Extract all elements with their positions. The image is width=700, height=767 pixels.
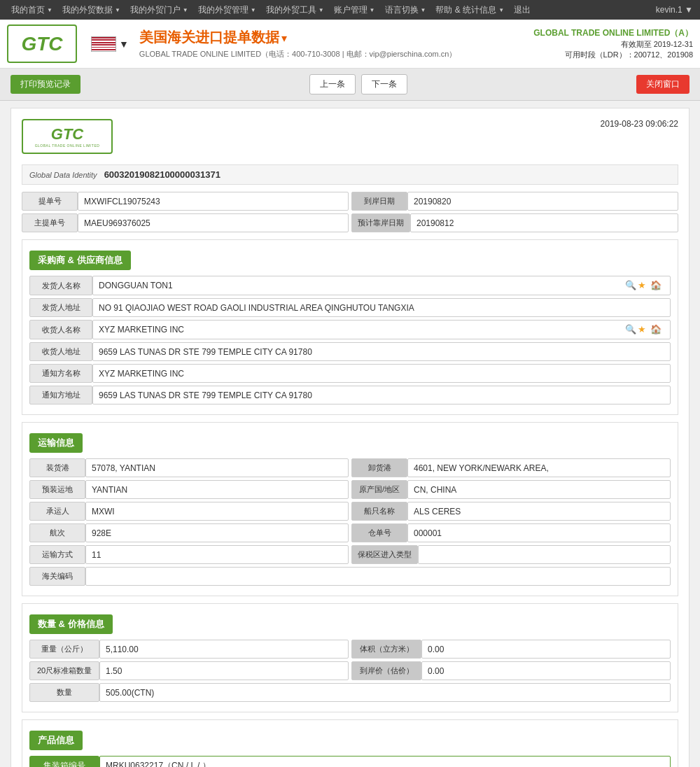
consignee-name-row: 收货人名称 XYZ MARKETING INC 🔍 ★ 🏠 (29, 320, 671, 339)
origin-value: CN, CHINA (407, 480, 671, 499)
std20-group: 20尺标准箱数量 1.50 (29, 661, 349, 680)
header-subtitle: GLOBAL TRADE ONLINE LIMITED（电话：400-710-3… (139, 49, 533, 59)
carrier-value: MXWI (85, 502, 349, 521)
consignee-search-icon[interactable]: 🔍 (625, 324, 636, 335)
shipper-name-label: 发货人名称 (29, 276, 92, 295)
std20-label: 20尺标准箱数量 (29, 661, 99, 680)
gdi-label: Global Data Identity (29, 171, 97, 179)
shipper-addr-value: NO 91 QIAOJIAO WEST ROAD GAOLI INDUSTRIA… (92, 298, 671, 317)
product-section-header: 产品信息 (29, 731, 83, 750)
consignee-home-icon[interactable]: 🏠 (650, 324, 662, 335)
consignee-name-label: 收货人名称 (29, 320, 92, 339)
company-name: GLOBAL TRADE ONLINE LIMITED（A） (533, 27, 693, 39)
shipper-addr-row: 发货人地址 NO 91 QIAOJIAO WEST ROAD GAOLI IND… (29, 298, 671, 317)
voyage-label: 航次 (29, 523, 85, 542)
bol-value: 000001 (407, 523, 671, 542)
container-no-value: MRKU0632217（CN / L / ） (99, 756, 671, 767)
nav-trade-mgmt[interactable]: 我的外贸管理 ▼ (194, 0, 260, 20)
print-button[interactable]: 打印预览记录 (10, 75, 80, 94)
master-bill-value: MAEU969376025 (78, 213, 349, 232)
document-header: GTC GLOBAL TRADE ONLINE LIMITED 2019-08-… (22, 119, 678, 154)
voyage-value: 928E (85, 523, 349, 542)
container-no-label: 集装箱编号 (29, 756, 99, 767)
top-navigation: 我的首页 ▼ 我的外贸数据 ▼ 我的外贸门户 ▼ 我的外贸管理 ▼ 我的外贸工具… (0, 0, 700, 20)
quantity-section-header: 数量 & 价格信息 (29, 614, 113, 634)
doc-timestamp: 2019-08-23 09:06:22 (601, 119, 678, 129)
nav-home-arrow: ▼ (47, 7, 52, 13)
doc-logo-sub: GLOBAL TRADE ONLINE LIMITED (35, 143, 100, 148)
nav-account-arrow: ▼ (370, 7, 375, 13)
nav-trade-data[interactable]: 我的外贸数据 ▼ (58, 0, 125, 20)
user-menu[interactable]: kevin.1 ▼ (656, 5, 693, 15)
loading-port-value: 57078, YANTIAN (85, 458, 349, 477)
vessel-label: 船只名称 (351, 502, 407, 521)
bol-label: 仓单号 (351, 523, 407, 542)
gdi-row: Global Data Identity 6003201908210000003… (22, 164, 678, 185)
next-button[interactable]: 下一条 (361, 74, 407, 94)
nav-trade-tools-arrow: ▼ (318, 7, 324, 13)
consignee-addr-row: 收货人地址 9659 LAS TUNAS DR STE 799 TEMPLE C… (29, 342, 671, 361)
notify-addr-value: 9659 LAS TUNAS DR STE 799 TEMPLE CITY CA… (92, 386, 671, 404)
bill-no-group: 提单号 MXWIFCL19075243 (22, 192, 349, 211)
notify-addr-label: 通知方地址 (29, 386, 92, 404)
pre-transport-value: YANTIAN (85, 480, 349, 499)
pre-transport-group: 预装运地 YANTIAN (29, 480, 349, 499)
nav-logout[interactable]: 退出 (510, 0, 535, 20)
doc-logo: GTC GLOBAL TRADE ONLINE LIMITED (22, 119, 113, 154)
nav-language-arrow: ▼ (421, 7, 426, 13)
quantity-label: 数量 (29, 683, 99, 702)
shipper-name-row: 发货人名称 DONGGUAN TON1 🔍 ★ 🏠 (29, 276, 671, 295)
vessel-group: 船只名称 ALS CERES (351, 502, 671, 521)
customs-code-row: 海关编码 (29, 567, 671, 586)
origin-label: 原产国/地区 (351, 480, 407, 499)
consignee-star-icon[interactable]: ★ (638, 324, 649, 335)
landing-price-group: 到岸价（估价） 0.00 (351, 661, 671, 680)
consignee-addr-label: 收货人地址 (29, 342, 92, 361)
nav-trade-mgmt-arrow: ▼ (251, 7, 256, 13)
bonded-zone-value (418, 545, 671, 564)
prev-button[interactable]: 上一条 (309, 74, 356, 94)
company-logo: GTC (7, 24, 77, 63)
transport-section-header: 运输信息 (29, 433, 83, 453)
volume-group: 体积（立方米） 0.00 (351, 640, 671, 659)
shipper-addr-label: 发货人地址 (29, 298, 92, 317)
quantity-section: 数量 & 价格信息 重量（公斤） 5,110.00 体积（立方米） 0.00 2… (22, 603, 678, 712)
quantity-row: 数量 505.00(CTN) (29, 683, 671, 702)
volume-label: 体积（立方米） (351, 640, 421, 659)
header-title-area: 美国海关进口提单数据 ▾ GLOBAL TRADE ONLINE LIMITED… (139, 28, 533, 59)
shipper-star-icon[interactable]: ★ (638, 280, 649, 291)
nav-trade-tools[interactable]: 我的外贸工具 ▼ (262, 0, 328, 20)
nav-account-mgmt[interactable]: 账户管理 ▼ (330, 0, 379, 20)
bonded-zone-group: 保税区进入类型 (351, 545, 671, 564)
flag-area: ▼ (91, 36, 129, 52)
nav-trade-portal[interactable]: 我的外贸门户 ▼ (126, 0, 192, 20)
page-title: 美国海关进口提单数据 ▾ (139, 28, 533, 47)
arrival-date-label: 到岸日期 (351, 192, 407, 211)
voyage-group: 航次 928E (29, 523, 349, 542)
consignee-name-value: XYZ MARKETING INC 🔍 ★ 🏠 (92, 320, 671, 339)
header-bar: GTC ▼ 美国海关进口提单数据 ▾ GLOBAL TRADE ONLINE L… (0, 20, 700, 69)
shipper-home-icon[interactable]: 🏠 (650, 280, 662, 291)
planned-date-label: 预计靠岸日期 (351, 213, 410, 232)
loading-port-label: 装货港 (29, 458, 85, 477)
shipper-name-value: DONGGUAN TON1 🔍 ★ 🏠 (92, 276, 671, 295)
supplier-section: 采购商 & 供应商信息 发货人名称 DONGGUAN TON1 🔍 ★ 🏠 发货… (22, 239, 678, 415)
std20-price-row: 20尺标准箱数量 1.50 到岸价（估价） 0.00 (29, 661, 671, 680)
arrival-date-group: 到岸日期 20190820 (351, 192, 678, 211)
planned-date-group: 预计靠岸日期 20190812 (351, 213, 678, 232)
logo-text: GTC (21, 33, 62, 55)
quantity-value: 505.00(CTN) (99, 683, 671, 702)
voyage-bol-row: 航次 928E 仓单号 000001 (29, 523, 671, 542)
loading-port-group: 装货港 57078, YANTIAN (29, 458, 349, 477)
supplier-section-header: 采购商 & 供应商信息 (29, 251, 131, 270)
flag-dropdown[interactable]: ▼ (119, 38, 129, 50)
bill-arrival-row: 提单号 MXWIFCL19075243 到岸日期 20190820 (22, 192, 678, 211)
nav-language[interactable]: 语言切换 ▼ (381, 0, 430, 20)
unloading-port-value: 4601, NEW YORK/NEWARK AREA, (407, 458, 671, 477)
nav-help[interactable]: 帮助 & 统计信息 ▼ (431, 0, 508, 20)
available-time: 可用时段（LDR）：200712、201908 (533, 50, 693, 60)
shipper-search-icon[interactable]: 🔍 (625, 280, 636, 291)
bol-group: 仓单号 000001 (351, 523, 671, 542)
nav-home[interactable]: 我的首页 ▼ (7, 0, 57, 20)
close-button[interactable]: 关闭窗口 (636, 75, 690, 94)
